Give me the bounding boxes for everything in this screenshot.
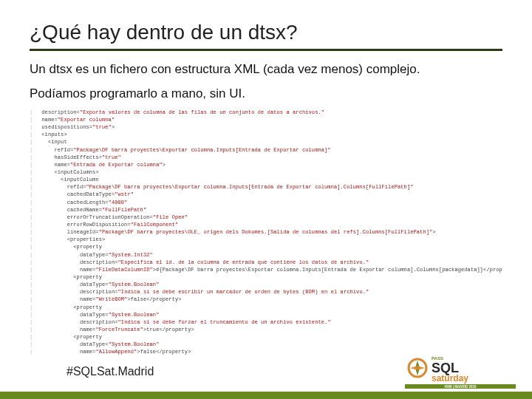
slide-footer: #SQLSat.Madrid PASS SQL saturday #569 | … xyxy=(0,347,532,399)
compass-icon xyxy=(409,359,426,377)
logo-saturday-text: saturday xyxy=(432,373,468,383)
logo-edition-text: #569 | MADRID 2016 xyxy=(444,385,477,389)
body-line-2: Podíamos programarlo a mano, sin UI. xyxy=(30,86,502,103)
hashtag: #SQLSat.Madrid xyxy=(66,365,154,378)
xml-code-block: | description="Exporta valores de column… xyxy=(30,109,502,356)
body-line-1: Un dtsx es un fichero con estructura XML… xyxy=(30,61,502,78)
sqlsaturday-logo: PASS SQL saturday #569 | MADRID 2016 xyxy=(405,352,516,389)
logo-pass-text: PASS xyxy=(432,356,443,361)
svg-marker-2 xyxy=(410,366,425,370)
slide: ¿Qué hay dentro de un dtsx? Un dtsx es u… xyxy=(0,0,532,399)
footer-green-strip xyxy=(0,392,532,399)
slide-title: ¿Qué hay dentro de un dtsx? xyxy=(30,21,502,44)
title-rule xyxy=(30,49,502,51)
